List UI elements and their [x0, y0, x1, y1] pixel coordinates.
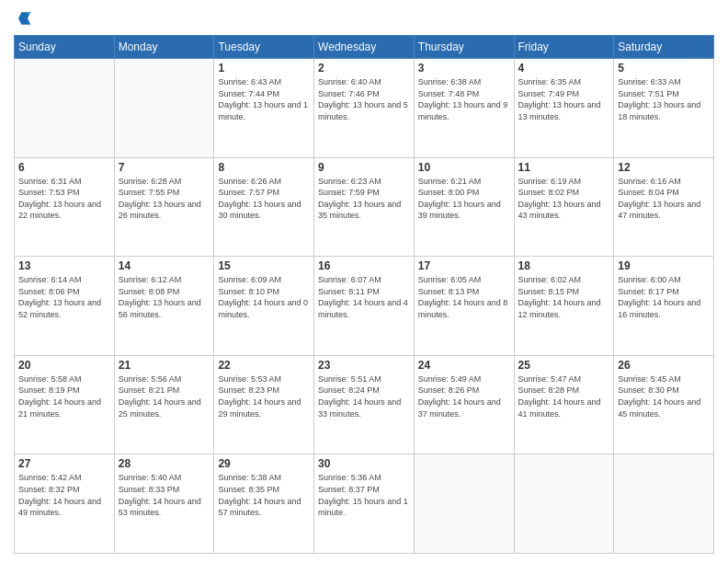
day-number: 16 [318, 259, 410, 272]
calendar-cell: 12Sunrise: 6:16 AMSunset: 8:04 PMDayligh… [614, 157, 714, 257]
calendar-cell [614, 454, 714, 554]
calendar-cell: 20Sunrise: 5:58 AMSunset: 8:19 PMDayligh… [15, 355, 115, 454]
day-number: 5 [618, 62, 710, 75]
calendar-cell: 28Sunrise: 5:40 AMSunset: 8:33 PMDayligh… [114, 454, 214, 554]
day-info: Sunrise: 6:12 AMSunset: 8:08 PMDaylight:… [119, 274, 210, 320]
calendar-cell: 17Sunrise: 6:05 AMSunset: 8:13 PMDayligh… [414, 257, 514, 356]
day-info: Sunrise: 5:53 AMSunset: 8:23 PMDaylight:… [218, 373, 310, 419]
day-info: Sunrise: 6:31 AMSunset: 7:53 PMDaylight:… [18, 176, 110, 222]
calendar-cell: 27Sunrise: 5:42 AMSunset: 8:32 PMDayligh… [15, 454, 115, 554]
day-number: 29 [218, 457, 310, 470]
day-number: 23 [318, 359, 410, 372]
calendar-cell: 11Sunrise: 6:19 AMSunset: 8:02 PMDayligh… [514, 157, 614, 257]
calendar-cell: 3Sunrise: 6:38 AMSunset: 7:48 PMDaylight… [414, 59, 514, 158]
calendar-cell: 18Sunrise: 6:02 AMSunset: 8:15 PMDayligh… [514, 257, 614, 356]
day-number: 26 [618, 359, 710, 372]
page: SundayMondayTuesdayWednesdayThursdayFrid… [0, 0, 728, 563]
calendar-header-wednesday: Wednesday [314, 36, 415, 59]
calendar-cell: 23Sunrise: 5:51 AMSunset: 8:24 PMDayligh… [314, 355, 415, 454]
day-number: 14 [119, 259, 210, 272]
calendar-cell: 10Sunrise: 6:21 AMSunset: 8:00 PMDayligh… [414, 157, 514, 257]
calendar-header-monday: Monday [114, 36, 214, 59]
day-info: Sunrise: 6:38 AMSunset: 7:48 PMDaylight:… [418, 76, 510, 122]
calendar-cell: 14Sunrise: 6:12 AMSunset: 8:08 PMDayligh… [114, 257, 214, 356]
day-number: 10 [418, 161, 510, 174]
day-info: Sunrise: 6:33 AMSunset: 7:51 PMDaylight:… [618, 76, 710, 122]
calendar-header-saturday: Saturday [614, 36, 714, 59]
day-number: 7 [119, 161, 210, 174]
day-info: Sunrise: 5:38 AMSunset: 8:35 PMDaylight:… [218, 472, 310, 518]
calendar-header-tuesday: Tuesday [214, 36, 314, 59]
calendar-cell [414, 454, 514, 554]
calendar-cell: 29Sunrise: 5:38 AMSunset: 8:35 PMDayligh… [214, 454, 314, 554]
day-info: Sunrise: 6:14 AMSunset: 8:06 PMDaylight:… [18, 274, 110, 320]
calendar-cell: 7Sunrise: 6:28 AMSunset: 7:55 PMDaylight… [114, 157, 214, 257]
calendar-cell: 24Sunrise: 5:49 AMSunset: 8:26 PMDayligh… [414, 355, 514, 454]
day-number: 17 [418, 259, 510, 272]
day-number: 27 [18, 457, 110, 470]
day-info: Sunrise: 6:23 AMSunset: 7:59 PMDaylight:… [318, 176, 410, 222]
calendar-cell: 13Sunrise: 6:14 AMSunset: 8:06 PMDayligh… [15, 257, 115, 356]
day-number: 3 [418, 62, 510, 75]
logo-icon [14, 9, 32, 28]
day-number: 19 [618, 259, 710, 272]
calendar-cell: 26Sunrise: 5:45 AMSunset: 8:30 PMDayligh… [614, 355, 714, 454]
day-info: Sunrise: 6:28 AMSunset: 7:55 PMDaylight:… [119, 176, 210, 222]
calendar-header-thursday: Thursday [414, 36, 514, 59]
day-info: Sunrise: 6:43 AMSunset: 7:44 PMDaylight:… [218, 76, 310, 122]
day-info: Sunrise: 6:35 AMSunset: 7:49 PMDaylight:… [518, 76, 610, 122]
day-number: 2 [318, 62, 410, 75]
calendar-cell: 6Sunrise: 6:31 AMSunset: 7:53 PMDaylight… [15, 157, 115, 257]
calendar-cell: 2Sunrise: 6:40 AMSunset: 7:46 PMDaylight… [314, 59, 415, 158]
header [14, 9, 714, 28]
calendar-cell: 1Sunrise: 6:43 AMSunset: 7:44 PMDaylight… [214, 59, 314, 158]
calendar-week-3: 13Sunrise: 6:14 AMSunset: 8:06 PMDayligh… [15, 257, 714, 356]
day-number: 1 [218, 62, 310, 75]
day-info: Sunrise: 6:05 AMSunset: 8:13 PMDaylight:… [418, 274, 510, 320]
day-number: 8 [218, 161, 310, 174]
calendar-cell: 19Sunrise: 6:00 AMSunset: 8:17 PMDayligh… [614, 257, 714, 356]
calendar-week-1: 1Sunrise: 6:43 AMSunset: 7:44 PMDaylight… [15, 59, 714, 158]
day-info: Sunrise: 5:42 AMSunset: 8:32 PMDaylight:… [18, 472, 110, 518]
calendar-cell: 15Sunrise: 6:09 AMSunset: 8:10 PMDayligh… [214, 257, 314, 356]
day-number: 9 [318, 161, 410, 174]
day-info: Sunrise: 5:58 AMSunset: 8:19 PMDaylight:… [18, 373, 110, 419]
calendar-cell: 5Sunrise: 6:33 AMSunset: 7:51 PMDaylight… [614, 59, 714, 158]
calendar-header-sunday: Sunday [15, 36, 115, 59]
day-number: 25 [518, 359, 610, 372]
day-info: Sunrise: 5:49 AMSunset: 8:26 PMDaylight:… [418, 373, 510, 419]
day-info: Sunrise: 6:21 AMSunset: 8:00 PMDaylight:… [418, 176, 510, 222]
calendar-cell: 21Sunrise: 5:56 AMSunset: 8:21 PMDayligh… [114, 355, 214, 454]
logo [14, 9, 36, 28]
calendar-cell: 25Sunrise: 5:47 AMSunset: 8:28 PMDayligh… [514, 355, 614, 454]
calendar-body: 1Sunrise: 6:43 AMSunset: 7:44 PMDaylight… [15, 59, 714, 554]
day-info: Sunrise: 5:51 AMSunset: 8:24 PMDaylight:… [318, 373, 410, 419]
day-number: 20 [18, 359, 110, 372]
calendar-cell: 8Sunrise: 6:26 AMSunset: 7:57 PMDaylight… [214, 157, 314, 257]
day-number: 11 [518, 161, 610, 174]
calendar-cell [114, 59, 214, 158]
day-number: 13 [18, 259, 110, 272]
day-number: 4 [518, 62, 610, 75]
day-info: Sunrise: 5:40 AMSunset: 8:33 PMDaylight:… [119, 472, 210, 518]
day-info: Sunrise: 6:07 AMSunset: 8:11 PMDaylight:… [318, 274, 410, 320]
day-number: 28 [119, 457, 210, 470]
day-info: Sunrise: 6:00 AMSunset: 8:17 PMDaylight:… [618, 274, 710, 320]
day-info: Sunrise: 5:47 AMSunset: 8:28 PMDaylight:… [518, 373, 610, 419]
day-number: 6 [18, 161, 110, 174]
day-info: Sunrise: 5:36 AMSunset: 8:37 PMDaylight:… [318, 472, 410, 518]
calendar-header-row: SundayMondayTuesdayWednesdayThursdayFrid… [15, 36, 714, 59]
calendar-cell: 9Sunrise: 6:23 AMSunset: 7:59 PMDaylight… [314, 157, 415, 257]
calendar-week-5: 27Sunrise: 5:42 AMSunset: 8:32 PMDayligh… [15, 454, 714, 554]
day-number: 21 [119, 359, 210, 372]
calendar-cell [514, 454, 614, 554]
calendar-header-friday: Friday [514, 36, 614, 59]
calendar-cell: 22Sunrise: 5:53 AMSunset: 8:23 PMDayligh… [214, 355, 314, 454]
day-info: Sunrise: 5:56 AMSunset: 8:21 PMDaylight:… [119, 373, 210, 419]
day-info: Sunrise: 6:16 AMSunset: 8:04 PMDaylight:… [618, 176, 710, 222]
day-number: 18 [518, 259, 610, 272]
calendar-week-2: 6Sunrise: 6:31 AMSunset: 7:53 PMDaylight… [15, 157, 714, 257]
day-info: Sunrise: 6:09 AMSunset: 8:10 PMDaylight:… [218, 274, 310, 320]
calendar-cell: 16Sunrise: 6:07 AMSunset: 8:11 PMDayligh… [314, 257, 415, 356]
day-number: 12 [618, 161, 710, 174]
